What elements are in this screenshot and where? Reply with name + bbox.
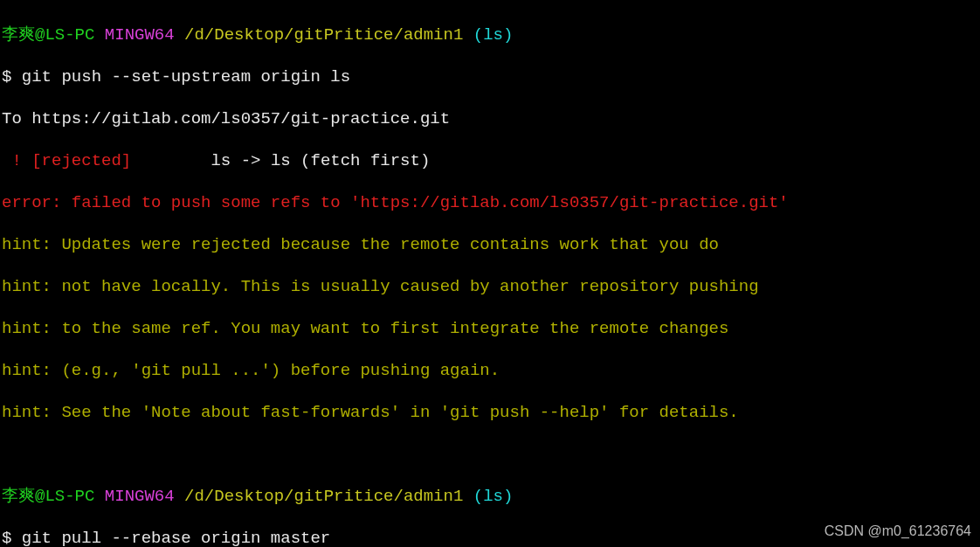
command-line-1: $ git push --set-upstream origin ls bbox=[2, 66, 978, 87]
prompt-env: MINGW64 bbox=[105, 487, 175, 506]
prompt-branch: ls bbox=[483, 25, 503, 45]
rejected-rest: ls -> ls (fetch first) bbox=[131, 151, 430, 170]
prompt-at: @ bbox=[35, 25, 45, 45]
command-text: git push --set-upstream origin ls bbox=[22, 67, 350, 87]
prompt-at: @ bbox=[35, 487, 45, 506]
output-hint2: hint: not have locally. This is usually … bbox=[2, 276, 978, 297]
blank-line bbox=[2, 444, 978, 465]
prompt-branch-close: ) bbox=[503, 487, 513, 506]
prompt-line-1: 李爽@LS-PC MINGW64 /d/Desktop/gitPritice/a… bbox=[2, 24, 978, 45]
output-hint5: hint: See the 'Note about fast-forwards'… bbox=[2, 402, 978, 423]
output-hint1: hint: Updates were rejected because the … bbox=[2, 234, 978, 255]
rejected-word: [rejected] bbox=[31, 151, 131, 170]
watermark: CSDN @m0_61236764 bbox=[825, 521, 971, 542]
output-error: error: failed to push some refs to 'http… bbox=[2, 192, 978, 213]
output-hint4: hint: (e.g., 'git pull ...') before push… bbox=[2, 360, 978, 381]
rejected-bang: ! bbox=[2, 151, 31, 170]
output-rejected: ! [rejected] ls -> ls (fetch first) bbox=[2, 150, 978, 171]
prompt-branch: ls bbox=[483, 487, 503, 506]
prompt-host: LS-PC bbox=[45, 487, 94, 506]
prompt-branch-open: ( bbox=[473, 25, 483, 45]
prompt-path: /d/Desktop/gitPritice/admin1 bbox=[184, 487, 463, 506]
prompt-host: LS-PC bbox=[45, 25, 94, 45]
terminal-window[interactable]: 李爽@LS-PC MINGW64 /d/Desktop/gitPritice/a… bbox=[0, 0, 980, 547]
prompt-branch-open: ( bbox=[473, 487, 483, 506]
prompt-dollar: $ bbox=[2, 529, 22, 547]
prompt-line-2: 李爽@LS-PC MINGW64 /d/Desktop/gitPritice/a… bbox=[2, 486, 978, 507]
output-hint3: hint: to the same ref. You may want to f… bbox=[2, 318, 978, 339]
prompt-env: MINGW64 bbox=[105, 25, 175, 45]
output-to: To https://gitlab.com/ls0357/git-practic… bbox=[2, 108, 978, 129]
prompt-dollar: $ bbox=[2, 67, 22, 87]
command-text: git pull --rebase origin master bbox=[22, 529, 330, 547]
prompt-user: 李爽 bbox=[2, 25, 35, 45]
prompt-branch-close: ) bbox=[503, 25, 513, 45]
prompt-user: 李爽 bbox=[2, 487, 35, 506]
prompt-path: /d/Desktop/gitPritice/admin1 bbox=[184, 25, 463, 45]
